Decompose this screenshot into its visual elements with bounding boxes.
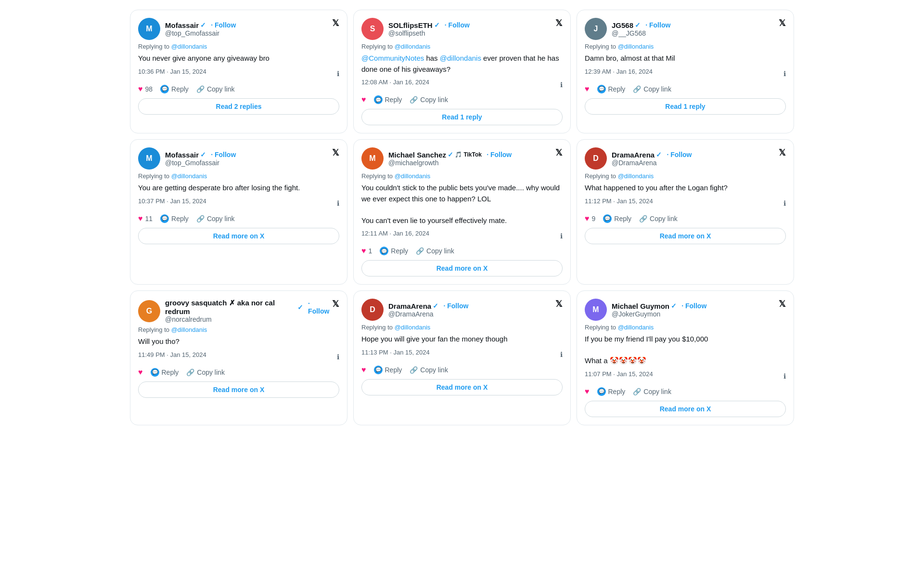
- tweet-header: M Michael Sanchez ✓ 🎵 TikTok · Follow @m…: [361, 147, 563, 170]
- copy-link-button[interactable]: 🔗 Copy link: [196, 215, 235, 223]
- link-icon: 🔗: [633, 85, 641, 93]
- follow-link[interactable]: · Follow: [667, 151, 692, 158]
- x-logo-icon[interactable]: 𝕏: [332, 18, 339, 28]
- x-logo-icon[interactable]: 𝕏: [779, 299, 786, 309]
- like-button[interactable]: ♥ 1: [361, 247, 372, 255]
- avatar: M: [361, 147, 384, 170]
- read-replies-button[interactable]: Read more on X: [361, 379, 563, 395]
- like-button[interactable]: ♥ 98: [138, 85, 153, 93]
- tweet-card: G groovy sasquatch ✗ aka nor cal redrum …: [130, 290, 347, 425]
- copy-link-button[interactable]: 🔗 Copy link: [633, 388, 671, 395]
- reply-button[interactable]: 💬 Reply: [380, 247, 408, 255]
- copy-link-label: Copy link: [426, 247, 454, 255]
- copy-link-button[interactable]: 🔗 Copy link: [196, 85, 235, 93]
- heart-icon: ♥: [585, 85, 590, 93]
- mention: @dillondanis: [440, 54, 481, 62]
- read-replies-button[interactable]: Read 1 reply: [585, 98, 786, 115]
- verified-icon: ✓: [434, 21, 440, 29]
- info-icon[interactable]: ℹ: [560, 351, 563, 358]
- like-button[interactable]: ♥: [361, 95, 366, 104]
- tweet-text: You never give anyone any giveaway bro: [138, 53, 339, 64]
- tweet-header-left: G groovy sasquatch ✗ aka nor cal redrum …: [138, 299, 332, 323]
- x-logo-icon[interactable]: 𝕏: [555, 147, 563, 158]
- read-replies-button[interactable]: Read more on X: [138, 228, 339, 244]
- user-info: SOLflipsETH ✓ · Follow @solflipseth: [388, 21, 470, 37]
- copy-link-button[interactable]: 🔗 Copy link: [633, 85, 671, 93]
- copy-link-label: Copy link: [650, 215, 678, 223]
- display-name: Mofassair ✓ · Follow: [165, 151, 236, 159]
- tweet-header: M Michael Guymon ✓ · Follow @JokerGuymon…: [585, 299, 786, 321]
- follow-link[interactable]: · Follow: [211, 21, 236, 29]
- copy-link-button[interactable]: 🔗 Copy link: [416, 247, 454, 255]
- like-button[interactable]: ♥: [585, 387, 590, 396]
- follow-link[interactable]: · Follow: [308, 300, 332, 315]
- reply-bubble-icon: 💬: [374, 366, 383, 374]
- copy-link-button[interactable]: 🔗 Copy link: [410, 366, 448, 374]
- read-replies-button[interactable]: Read more on X: [585, 401, 786, 417]
- x-logo-icon[interactable]: 𝕏: [779, 18, 786, 28]
- read-replies-button[interactable]: Read more on X: [585, 228, 786, 244]
- reply-button[interactable]: 💬 Reply: [603, 214, 631, 223]
- reply-label: Reply: [171, 215, 189, 223]
- tweet-actions: ♥ 💬 Reply 🔗 Copy link: [361, 95, 563, 104]
- follow-link[interactable]: · Follow: [443, 302, 468, 310]
- tweet-card: M Mofassair ✓ · Follow @top_Gmofassair 𝕏…: [130, 10, 347, 133]
- display-name: Michael Sanchez ✓ 🎵 TikTok · Follow: [388, 151, 512, 159]
- x-logo-icon[interactable]: 𝕏: [332, 147, 339, 158]
- reply-button[interactable]: 💬 Reply: [597, 387, 626, 396]
- like-button[interactable]: ♥: [138, 368, 143, 377]
- x-logo-icon[interactable]: 𝕏: [555, 299, 563, 309]
- reply-button[interactable]: 💬 Reply: [160, 214, 189, 223]
- reply-button[interactable]: 💬 Reply: [597, 85, 626, 93]
- timestamp-row: 11:07 PM · Jan 15, 2024 ℹ: [585, 370, 786, 382]
- tweet-card: S SOLflipsETH ✓ · Follow @solflipseth 𝕏 …: [353, 10, 571, 133]
- verified-icon: ✓: [448, 151, 453, 158]
- info-icon[interactable]: ℹ: [783, 70, 786, 78]
- tweet-timestamp: 12:08 AM · Jan 16, 2024: [361, 79, 429, 86]
- like-button[interactable]: ♥: [361, 366, 366, 374]
- info-icon[interactable]: ℹ: [783, 372, 786, 380]
- info-icon[interactable]: ℹ: [337, 199, 339, 207]
- copy-link-button[interactable]: 🔗 Copy link: [186, 368, 225, 376]
- follow-link[interactable]: · Follow: [211, 151, 236, 158]
- tweet-text: Damn bro, almost at that Mil: [585, 53, 786, 64]
- copy-link-button[interactable]: 🔗 Copy link: [410, 96, 448, 104]
- reply-label: Reply: [385, 366, 402, 374]
- avatar: M: [138, 147, 160, 170]
- avatar: S: [361, 18, 384, 40]
- x-logo-icon[interactable]: 𝕏: [555, 18, 563, 28]
- read-replies-button[interactable]: Read more on X: [138, 381, 339, 398]
- link-icon: 🔗: [416, 247, 424, 255]
- reply-button[interactable]: 💬 Reply: [374, 366, 402, 374]
- reply-button[interactable]: 💬 Reply: [374, 95, 402, 104]
- tweet-text: You are getting desperate bro after losi…: [138, 183, 339, 194]
- like-button[interactable]: ♥ 9: [585, 214, 595, 223]
- tweet-header-left: D DramaArena ✓ · Follow @DramaArena: [361, 299, 469, 321]
- reply-button[interactable]: 💬 Reply: [160, 85, 189, 93]
- follow-link[interactable]: · Follow: [445, 21, 470, 29]
- heart-icon: ♥: [138, 368, 143, 377]
- like-button[interactable]: ♥: [585, 85, 590, 93]
- follow-link[interactable]: · Follow: [487, 151, 512, 158]
- like-count: 11: [145, 215, 153, 223]
- x-logo-icon[interactable]: 𝕏: [779, 147, 786, 158]
- info-icon[interactable]: ℹ: [783, 199, 786, 207]
- x-logo-icon[interactable]: 𝕏: [332, 299, 339, 309]
- tweet-header-left: M Michael Sanchez ✓ 🎵 TikTok · Follow @m…: [361, 147, 512, 170]
- copy-link-button[interactable]: 🔗 Copy link: [639, 215, 678, 223]
- tweet-card: J JG568 ✓ · Follow @__JG568 𝕏 Replying t…: [577, 10, 794, 133]
- tweet-card: M Michael Guymon ✓ · Follow @JokerGuymon…: [577, 290, 794, 425]
- follow-link[interactable]: · Follow: [681, 302, 706, 310]
- replying-to: Replying to @dillondanis: [138, 43, 339, 50]
- follow-link[interactable]: · Follow: [645, 21, 670, 29]
- like-button[interactable]: ♥ 11: [138, 214, 153, 223]
- info-icon[interactable]: ℹ: [560, 81, 563, 89]
- read-replies-button[interactable]: Read more on X: [361, 260, 563, 276]
- avatar: D: [361, 299, 384, 321]
- info-icon[interactable]: ℹ: [337, 353, 339, 361]
- read-replies-button[interactable]: Read 2 replies: [138, 98, 339, 115]
- reply-button[interactable]: 💬 Reply: [151, 368, 179, 377]
- info-icon[interactable]: ℹ: [560, 232, 563, 240]
- read-replies-button[interactable]: Read 1 reply: [361, 109, 563, 125]
- info-icon[interactable]: ℹ: [337, 70, 339, 78]
